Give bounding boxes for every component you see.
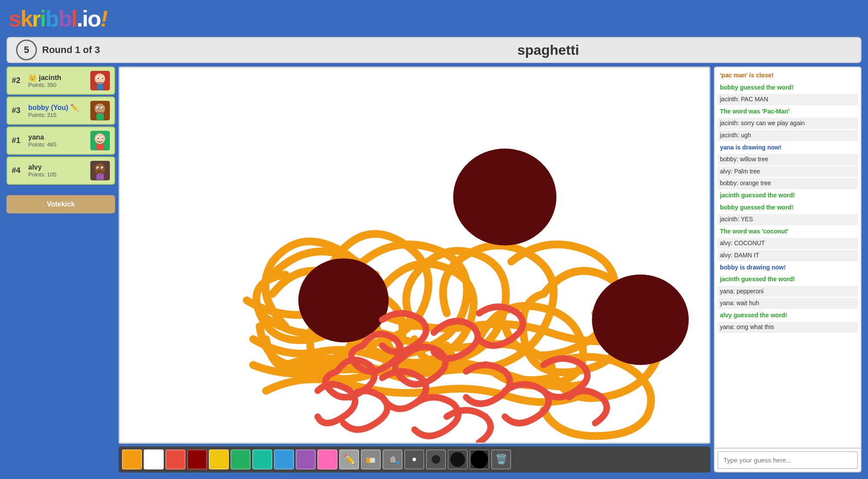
chat-message: yana: pepperoni <box>717 286 858 297</box>
chat-message: yana: omg what this <box>717 322 858 333</box>
votekick-button[interactable]: Votekick <box>7 195 115 213</box>
chat-message: jacinth: YES <box>717 214 858 225</box>
chat-message: The word was 'Pac-Man' <box>717 106 858 117</box>
crown-icon: 👑 <box>28 74 37 81</box>
round-bar: 5 Round 1 of 3 spaghetti <box>7 37 861 63</box>
svg-point-4 <box>98 78 99 79</box>
svg-point-18 <box>98 138 99 139</box>
player-name-alvy: alvy <box>28 163 87 171</box>
avatar-jacinth <box>90 71 110 90</box>
timer-circle: 5 <box>16 40 37 60</box>
color-red[interactable] <box>165 449 185 469</box>
content-row: #2 👑 jacinth Points: 350 <box>7 67 861 472</box>
svg-point-12 <box>102 108 103 109</box>
header: skribbl.io! <box>0 0 868 37</box>
avatar-yana <box>90 131 110 150</box>
color-darkred[interactable] <box>187 449 207 469</box>
svg-point-33 <box>396 461 399 465</box>
color-blue[interactable] <box>274 449 294 469</box>
chat-message: jacinth: sorry can we play again <box>717 118 858 129</box>
chat-message: bobby: orange tree <box>717 178 858 189</box>
clear-button[interactable]: 🗑️ <box>491 449 511 469</box>
svg-point-22 <box>95 163 105 174</box>
color-green[interactable] <box>231 449 251 469</box>
chat-message: bobby: willow tree <box>717 154 858 165</box>
player-rank: #2 <box>12 76 25 85</box>
round-text: Round 1 of 3 <box>42 44 244 56</box>
svg-rect-27 <box>96 174 104 180</box>
timer-value: 5 <box>24 44 29 56</box>
player-points: Points: 350 <box>28 82 87 88</box>
word-display: spaghetti <box>244 42 852 58</box>
chat-message: The word was 'coconut' <box>717 226 858 237</box>
chat-message: jacinth guessed the word! <box>717 274 858 285</box>
drawing-canvas[interactable] <box>119 67 710 444</box>
svg-point-8 <box>95 103 105 114</box>
size-large[interactable] <box>448 449 468 469</box>
chat-message: jacinth guessed the word! <box>717 190 858 201</box>
chat-message: alvy: Palm tree <box>717 166 858 177</box>
color-orange[interactable] <box>122 449 142 469</box>
svg-point-1 <box>95 73 105 84</box>
avatar-alvy <box>90 161 110 180</box>
player-points: Points: 105 <box>28 171 87 178</box>
player-name: 👑 jacinth <box>28 73 87 82</box>
chat-message: bobby guessed the word! <box>717 82 858 93</box>
pencil-tool[interactable]: ✏️ <box>339 449 359 469</box>
avatar-bobby <box>90 101 110 120</box>
svg-point-11 <box>98 108 99 109</box>
svg-point-26 <box>102 168 103 169</box>
eraser-tool[interactable] <box>361 449 381 469</box>
player-rank: #1 <box>12 136 25 145</box>
player-info: yana Points: 465 <box>28 133 87 148</box>
color-yellow[interactable] <box>209 449 229 469</box>
svg-point-19 <box>102 138 103 139</box>
player-card-jacinth: #2 👑 jacinth Points: 350 <box>7 67 115 95</box>
player-name-yana: yana <box>28 133 87 141</box>
size-small[interactable] <box>404 449 424 469</box>
main-container: 5 Round 1 of 3 spaghetti #2 👑 jacinth Po… <box>0 37 868 479</box>
svg-point-5 <box>102 78 103 79</box>
color-pink[interactable] <box>317 449 337 469</box>
player-card-bobby: #3 bobby (You) ✏️ Points: 315 <box>7 96 115 125</box>
svg-point-28 <box>298 258 389 342</box>
bucket-tool[interactable] <box>383 449 403 469</box>
player-info: alvy Points: 105 <box>28 163 87 178</box>
chat-input[interactable] <box>717 451 858 469</box>
size-xlarge[interactable] <box>469 449 489 469</box>
player-name-bobby: bobby (You) ✏️ <box>28 103 87 112</box>
color-purple[interactable] <box>296 449 316 469</box>
color-toolbar: ✏️ <box>119 446 710 472</box>
chat-message: jacinth: PAC MAN <box>717 94 858 105</box>
player-points: Points: 315 <box>28 112 87 118</box>
svg-rect-32 <box>366 458 370 463</box>
chat-message: alvy: DAMN IT <box>717 250 858 261</box>
color-white[interactable] <box>144 449 164 469</box>
chat-message: 'pac man' is close! <box>717 70 858 81</box>
player-card-alvy: #4 alvy Points: 105 <box>7 156 115 185</box>
svg-rect-6 <box>97 84 103 90</box>
players-sidebar: #2 👑 jacinth Points: 350 <box>7 67 115 472</box>
chat-panel: 'pac man' is close!bobby guessed the wor… <box>714 67 861 472</box>
player-rank: #3 <box>12 106 25 115</box>
svg-point-25 <box>98 168 99 169</box>
chat-input-area <box>715 448 861 472</box>
logo: skribbl.io! <box>9 6 107 32</box>
chat-message: jacinth: ugh <box>717 130 858 141</box>
size-medium[interactable] <box>426 449 446 469</box>
player-rank: #4 <box>12 166 25 175</box>
player-info: 👑 jacinth Points: 350 <box>28 73 87 88</box>
color-teal[interactable] <box>252 449 272 469</box>
chat-messages: 'pac man' is close!bobby guessed the wor… <box>715 67 861 448</box>
chat-message: alvy guessed the word! <box>717 310 858 321</box>
svg-rect-20 <box>96 144 104 150</box>
player-info: bobby (You) ✏️ Points: 315 <box>28 103 87 118</box>
svg-rect-13 <box>96 114 104 120</box>
canvas-area: ✏️ <box>119 67 710 472</box>
player-card-yana: #1 yana Points: 465 <box>7 126 115 155</box>
chat-message: alvy: COCONUT <box>717 238 858 249</box>
chat-message: bobby is drawing now! <box>717 262 858 273</box>
svg-point-29 <box>453 149 557 246</box>
chat-message: yana is drawing now! <box>717 142 858 153</box>
chat-message: yana: wait huh <box>717 298 858 309</box>
